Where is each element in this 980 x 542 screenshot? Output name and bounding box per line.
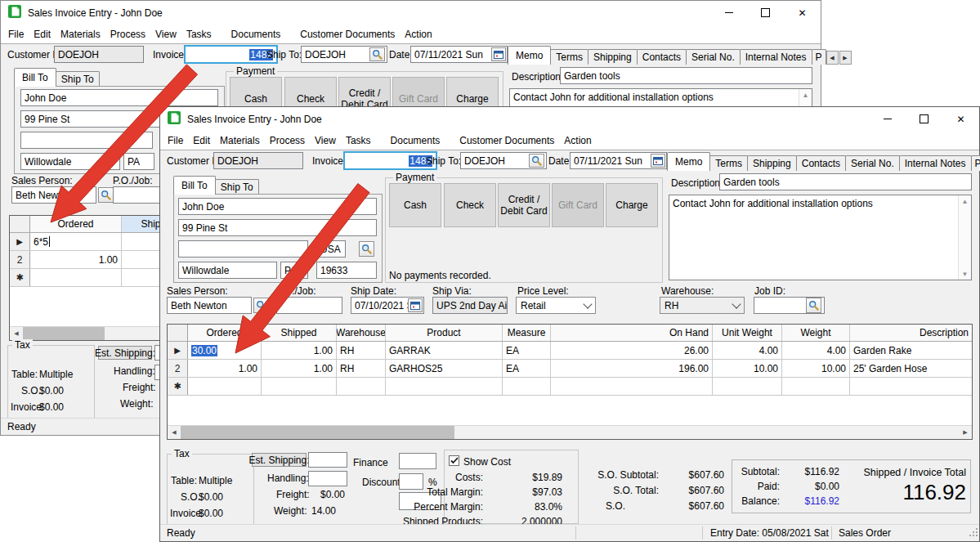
menu-documents[interactable]: Documents xyxy=(226,29,286,40)
sales-person-field[interactable]: Beth Newton xyxy=(11,186,96,204)
menu-view[interactable]: View xyxy=(150,29,181,40)
close-button[interactable]: ✕ xyxy=(942,107,979,131)
grid-cell-on-hand[interactable]: 26.00 xyxy=(551,342,713,359)
description-field[interactable]: Garden tools xyxy=(560,67,812,84)
menu-process[interactable]: Process xyxy=(105,29,150,40)
grid-cell-description[interactable]: Garden Rake xyxy=(850,342,972,359)
bill-line3-field[interactable] xyxy=(178,240,308,258)
date-picker-button[interactable] xyxy=(491,47,506,61)
ship-via-field[interactable]: UPS 2nd Day Air xyxy=(432,297,508,314)
column-header-unit-weight[interactable]: Unit Weight xyxy=(713,325,782,341)
scroll-up-icon[interactable]: ▲ xyxy=(799,89,812,101)
scroll-left-icon[interactable]: ◀ xyxy=(10,327,23,340)
discount-field[interactable] xyxy=(399,473,423,490)
grid-cell-weight[interactable]: 4.00 xyxy=(782,342,850,359)
tab-internal-notes[interactable]: Internal Notes xyxy=(899,155,972,171)
menu-tasks[interactable]: Tasks xyxy=(341,135,376,146)
scroll-up-icon[interactable]: ▲ xyxy=(959,195,971,207)
est-shipping-button[interactable]: Est. Shipping: xyxy=(252,453,307,467)
tab-ship-to[interactable]: Ship To xyxy=(56,71,100,87)
bill-line3-field[interactable] xyxy=(20,132,153,149)
grid-cell-description[interactable] xyxy=(850,378,972,395)
menu-materials[interactable]: Materials xyxy=(215,135,265,146)
tab-serial-no[interactable]: Serial No. xyxy=(686,49,741,65)
menu-edit[interactable]: Edit xyxy=(188,135,215,146)
minimize-button[interactable] xyxy=(710,1,747,25)
grid-cell-product[interactable]: GARHOS25 xyxy=(386,360,503,377)
menu-customer-documents[interactable]: Customer Documents xyxy=(295,29,400,40)
sales-person-lookup-button[interactable] xyxy=(98,187,114,203)
tab-bill-to[interactable]: Bill To xyxy=(173,176,216,195)
scrollbar-track[interactable] xyxy=(454,426,959,439)
menu-process[interactable]: Process xyxy=(265,135,310,146)
column-header-measure[interactable]: Measure xyxy=(503,325,551,341)
grid-cell-measure[interactable] xyxy=(503,378,551,395)
menu-action[interactable]: Action xyxy=(559,135,596,146)
tab-overflow[interactable]: P xyxy=(812,49,826,65)
tab-scroll-left-icon[interactable]: ◀ xyxy=(826,51,839,65)
grid-cell-shipped[interactable]: 1.00 xyxy=(262,360,337,377)
grid-cell-weight[interactable] xyxy=(782,378,850,395)
tab-terms[interactable]: Terms xyxy=(550,49,588,65)
memo-textarea[interactable]: Contact John for additional installation… xyxy=(669,195,972,280)
bill-city-field[interactable]: Willowdale xyxy=(178,262,277,279)
grid-cell-ordered[interactable]: 1.00 xyxy=(30,251,122,268)
est-shipping-field[interactable] xyxy=(308,452,347,468)
scroll-right-icon[interactable]: ▶ xyxy=(959,426,972,439)
invoice-field[interactable]: 1482 xyxy=(184,45,278,64)
column-header-ordered[interactable]: Ordered xyxy=(30,216,122,232)
new-row-selector[interactable]: ✱ xyxy=(168,378,188,395)
sales-person-lookup-button[interactable] xyxy=(253,298,269,313)
menu-file[interactable]: File xyxy=(3,29,29,40)
tab-overflow[interactable]: P xyxy=(971,155,980,171)
tab-shipping[interactable]: Shipping xyxy=(747,155,797,171)
charge-button[interactable]: Charge xyxy=(606,183,658,227)
grid-corner[interactable] xyxy=(10,216,30,232)
scrollbar-thumb[interactable] xyxy=(23,327,105,340)
scrollbar-thumb[interactable] xyxy=(181,426,454,439)
bill-state-field[interactable]: PA xyxy=(123,153,154,170)
ship-to-lookup-button[interactable] xyxy=(369,47,385,61)
menu-documents[interactable]: Documents xyxy=(386,135,445,146)
tab-contacts[interactable]: Contacts xyxy=(796,155,846,171)
show-cost-checkbox[interactable] xyxy=(449,455,459,466)
bill-street-field[interactable]: 99 Pine St xyxy=(178,219,377,236)
credit-debit-card-button[interactable]: Credit / Debit Card xyxy=(498,183,550,227)
grid-cell-product[interactable]: GARRAK xyxy=(386,342,503,359)
menu-edit[interactable]: Edit xyxy=(29,29,56,40)
close-button[interactable]: ✕ xyxy=(784,1,821,25)
menu-materials[interactable]: Materials xyxy=(56,29,105,40)
description-field[interactable]: Garden tools xyxy=(719,173,972,190)
title-bar[interactable]: Sales Invoice Entry - John Doe ✕ xyxy=(1,1,821,25)
grid-cell-on-hand[interactable]: 196.00 xyxy=(551,360,713,377)
grid-cell-warehouse[interactable] xyxy=(337,378,386,395)
tab-contacts[interactable]: Contacts xyxy=(637,49,687,65)
grid-cell-unit-weight[interactable]: 10.00 xyxy=(713,360,782,377)
bill-country-field[interactable]: USA xyxy=(316,240,346,258)
tab-memo[interactable]: Memo xyxy=(667,152,710,171)
column-header-ordered[interactable]: Ordered xyxy=(188,325,262,341)
handling-field[interactable] xyxy=(308,471,347,486)
grid-horizontal-scrollbar[interactable]: ◀ ▶ xyxy=(168,425,972,439)
bill-name-field[interactable]: John Doe xyxy=(178,198,377,215)
job-id-lookup-button[interactable] xyxy=(806,298,821,313)
grid-cell-unit-weight[interactable]: 4.00 xyxy=(713,342,782,359)
date-picker-button[interactable] xyxy=(651,154,665,168)
column-header-warehouse[interactable]: Warehouse xyxy=(337,325,386,341)
tab-bill-to[interactable]: Bill To xyxy=(14,68,56,87)
memo-scrollbar[interactable]: ▲▼ xyxy=(958,195,971,280)
column-header-product[interactable]: Product xyxy=(386,325,503,341)
tab-scroll-right-icon[interactable]: ▶ xyxy=(839,51,852,65)
menu-tasks[interactable]: Tasks xyxy=(181,29,217,40)
ship-to-lookup-button[interactable] xyxy=(529,154,544,168)
tab-terms[interactable]: Terms xyxy=(709,155,748,171)
title-bar[interactable]: Sales Invoice Entry - John Doe ✕ xyxy=(160,107,979,131)
grid-cell-on-hand[interactable] xyxy=(551,378,713,395)
check-button[interactable]: Check xyxy=(444,183,496,227)
tab-memo[interactable]: Memo xyxy=(508,46,551,65)
resize-grip[interactable] xyxy=(969,526,978,540)
column-header-shipped[interactable]: Shipped xyxy=(262,325,337,341)
column-header-description[interactable]: Description xyxy=(850,325,972,341)
grid-cell-weight[interactable]: 10.00 xyxy=(782,360,850,377)
customer-id-field[interactable]: DOEJOH xyxy=(54,46,144,63)
